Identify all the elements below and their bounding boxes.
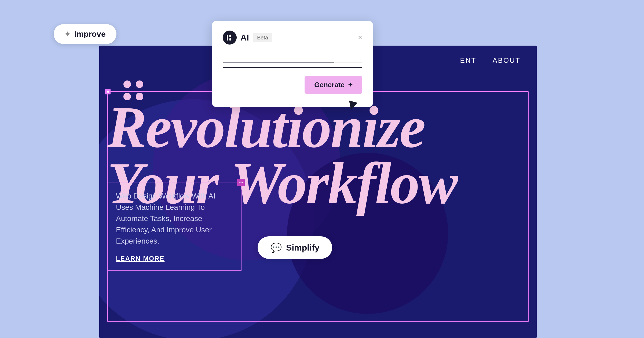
svg-rect-3 (229, 35, 231, 37)
ai-input-area[interactable] (223, 53, 362, 68)
ai-panel-header: AI Beta × (223, 31, 362, 45)
simplify-label: Simplify (286, 243, 319, 253)
ai-label: AI (240, 33, 249, 43)
svg-rect-2 (227, 35, 228, 41)
sparkle-icon: ✦ (64, 30, 71, 39)
improve-label: Improve (74, 30, 106, 39)
selection-handle (105, 89, 111, 94)
nav-bar: ENT ABOUT (444, 46, 537, 75)
learn-more-link[interactable]: LEARN MORE (116, 255, 164, 262)
nav-item-content[interactable]: ENT (460, 56, 476, 65)
headline-line1: Revolutionize (107, 99, 529, 155)
svg-rect-4 (229, 38, 231, 41)
svg-rect-1 (107, 91, 109, 93)
elementor-logo (223, 31, 237, 45)
generate-button[interactable]: Generate ✦ (305, 76, 362, 94)
improve-button[interactable]: ✦ Improve (54, 24, 116, 44)
chat-bubble-icon: 💬 (270, 242, 282, 253)
ai-panel: AI Beta × Generate ✦ ▼ (212, 21, 373, 107)
subtext-body: Web Design Workflow With AI Uses Machine… (116, 190, 233, 247)
generate-sparkle-icon: ✦ (348, 82, 353, 89)
simplify-button[interactable]: 💬 Simplify (258, 236, 332, 259)
right-background (537, 0, 644, 338)
nav-item-about[interactable]: ABOUT (492, 56, 521, 65)
subtext-box: ✏ Web Design Workflow With AI Uses Machi… (107, 182, 241, 271)
beta-badge: Beta (253, 33, 272, 42)
generate-label: Generate (314, 81, 345, 89)
ai-panel-logo-group: AI Beta (223, 31, 272, 45)
ai-panel-footer: Generate ✦ ▼ (223, 76, 362, 97)
edit-handle: ✏ (237, 179, 245, 186)
close-button[interactable]: × (358, 34, 362, 41)
